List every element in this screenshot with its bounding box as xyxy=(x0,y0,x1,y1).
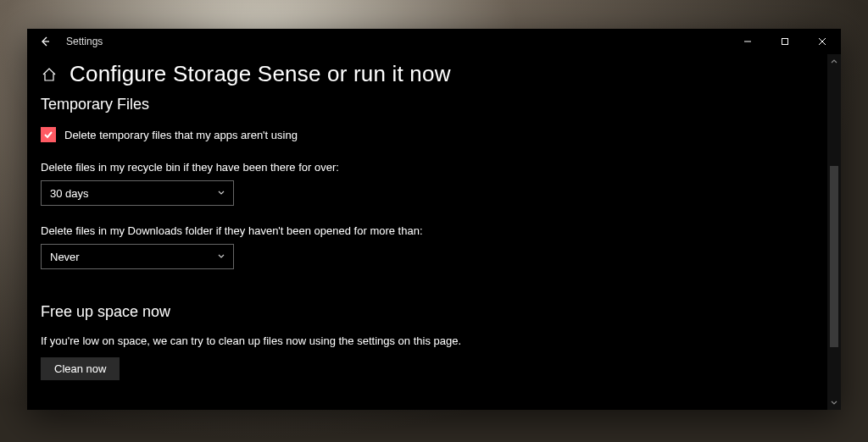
free-up-space-description: If you're low on space, we can try to cl… xyxy=(41,334,814,347)
chevron-down-icon xyxy=(216,251,226,263)
home-icon[interactable] xyxy=(41,66,58,83)
downloads-value: Never xyxy=(50,251,80,263)
recycle-bin-dropdown[interactable]: 30 days xyxy=(41,180,234,206)
minimize-button[interactable] xyxy=(729,29,766,54)
content-area: Configure Storage Sense or run it now Te… xyxy=(27,54,827,410)
delete-temp-files-label: Delete temporary files that my apps aren… xyxy=(64,129,298,141)
minimize-icon xyxy=(743,37,752,46)
scroll-track[interactable] xyxy=(827,68,841,396)
close-button[interactable] xyxy=(804,29,841,54)
downloads-dropdown[interactable]: Never xyxy=(41,244,234,269)
scroll-up-button[interactable] xyxy=(827,54,841,68)
downloads-label: Delete files in my Downloads folder if t… xyxy=(41,224,814,237)
chevron-up-icon xyxy=(830,57,838,65)
checkmark-icon xyxy=(43,130,53,140)
page-header: Configure Storage Sense or run it now xyxy=(41,61,814,87)
delete-temp-files-checkbox[interactable] xyxy=(41,127,56,142)
maximize-button[interactable] xyxy=(766,29,804,54)
svg-rect-0 xyxy=(782,39,788,45)
settings-window: Settings xyxy=(27,29,841,410)
temporary-files-heading: Temporary Files xyxy=(41,96,814,113)
page-title: Configure Storage Sense or run it now xyxy=(70,61,451,87)
maximize-icon xyxy=(781,37,789,46)
recycle-bin-value: 30 days xyxy=(50,187,89,200)
titlebar: Settings xyxy=(27,29,841,54)
window-body: Configure Storage Sense or run it now Te… xyxy=(27,54,841,410)
arrow-left-icon xyxy=(39,36,51,47)
chevron-down-icon xyxy=(216,187,226,200)
clean-now-label: Clean now xyxy=(54,362,106,375)
free-up-space-heading: Free up space now xyxy=(41,303,814,321)
recycle-bin-label: Delete files in my recycle bin if they h… xyxy=(41,161,814,174)
app-name: Settings xyxy=(63,36,103,47)
scroll-down-button[interactable] xyxy=(827,396,841,410)
chevron-down-icon xyxy=(830,399,838,407)
back-button[interactable] xyxy=(27,29,63,54)
close-icon xyxy=(818,37,826,46)
vertical-scrollbar[interactable] xyxy=(827,54,841,410)
scroll-thumb[interactable] xyxy=(830,166,838,346)
clean-now-button[interactable]: Clean now xyxy=(41,357,120,380)
delete-temp-files-checkbox-row: Delete temporary files that my apps aren… xyxy=(41,127,814,142)
